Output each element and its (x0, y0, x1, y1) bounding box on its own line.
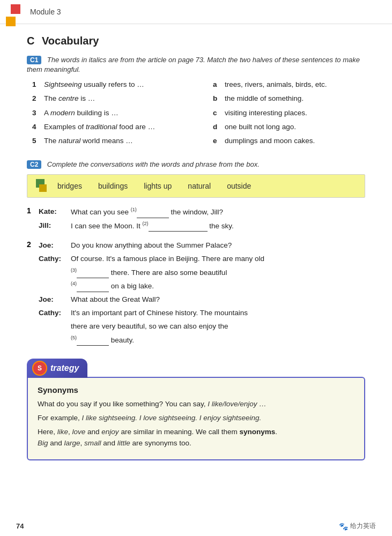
list-item: 3 A modern building is … (32, 108, 213, 118)
c2-instruction: Complete the conversations with the word… (47, 160, 260, 168)
page-number: 74 (16, 522, 24, 530)
list-item: 2 The centre is … (32, 93, 213, 104)
synonyms-line-3: Here, like, love and enjoy are similar i… (38, 427, 354, 449)
conv-text: What can you see (1) the window, Jill? (71, 206, 365, 218)
header-logo (11, 4, 25, 19)
word-box-icon (36, 179, 48, 193)
word-outside: outside (227, 182, 251, 190)
word-natural: natural (188, 182, 211, 190)
conv-text: there are very beautiful, so we can also… (71, 321, 365, 332)
brand-name: 给力英语 (350, 522, 376, 531)
list-item: e dumplings and moon cakes. (213, 136, 365, 146)
c2-block: C2 Complete the conversations with the w… (27, 159, 365, 348)
speaker-joe-2: Joe: (39, 294, 71, 306)
c2-instruction-line: C2 Complete the conversations with the w… (27, 159, 365, 169)
matching-right: a trees, rivers, animals, birds, etc. b … (213, 79, 365, 150)
word-lights-up: lights up (144, 182, 172, 190)
conv-text: What about the Great Wall? (71, 294, 365, 306)
conv-text: (3) there. There are also some beautiful (71, 267, 365, 278)
main-content: C C Vocabulary Vocabulary C1 The words i… (0, 24, 392, 471)
c1-instruction: The words in italics are from the articl… (27, 56, 360, 73)
conversation-2: 2 Joe: Do you know anything about the Su… (27, 240, 365, 348)
page: Module 3 C C Vocabulary Vocabulary C1 Th… (0, 0, 392, 536)
conv-row: Cathy: (3) there. There are also some be… (39, 267, 365, 278)
section-title: C C Vocabulary Vocabulary (27, 35, 365, 47)
strategy-box: Synonyms What do you say if you like som… (27, 377, 365, 460)
conv-row: Joe: Do you know anything about the Summ… (39, 240, 365, 251)
footer: 74 🐾 给力英语 (0, 522, 392, 531)
conv-row: Cathy: there are very beautiful, so we c… (39, 321, 365, 332)
blank-2[interactable] (149, 231, 208, 232)
conv-row: Cathy: (5) beauty. (39, 334, 365, 346)
conv-text: (4) on a big lake. (71, 280, 365, 292)
conv-text: Of course. It's a famous place in Beijin… (71, 254, 365, 265)
strategy-icon: S (32, 361, 47, 376)
speaker-jill: Jill: (39, 220, 71, 232)
speaker-kate: Kate: (39, 206, 71, 218)
speaker-cathy-2: Cathy: (39, 308, 71, 319)
synonyms-title: Synonyms (38, 385, 354, 394)
list-item: 4 Examples of traditional food are … (32, 122, 213, 132)
logo-icon-red (11, 4, 20, 14)
blank-4[interactable] (77, 292, 109, 292)
list-item: 5 The natural world means … (32, 136, 213, 146)
conv-text: Do you know anything about the Summer Pa… (71, 240, 365, 251)
footer-brand: 🐾 给力英语 (339, 522, 376, 531)
conv-2-num: 2 (27, 240, 39, 249)
conv-1-num: 1 (27, 206, 39, 215)
conv-text: It's an important part of Chinese histor… (71, 308, 365, 319)
brand-icon: 🐾 (339, 522, 348, 531)
c1-block: C1 The words in italics are from the art… (27, 55, 365, 150)
conv-row: Cathy: It's an important part of Chinese… (39, 308, 365, 319)
matching-table: 1 Sightseeing usually refers to … 2 The … (27, 79, 365, 150)
module-label: Module 3 (30, 8, 61, 16)
icon-yellow (39, 184, 47, 192)
conv-row: Cathy: (4) on a big lake. (39, 280, 365, 292)
strategy-section: S trategy Synonyms What do you say if yo… (27, 359, 365, 460)
conv-row: Joe: What about the Great Wall? (39, 294, 365, 306)
matching-left: 1 Sightseeing usually refers to … 2 The … (27, 79, 213, 150)
conv-text: I can see the Moon. It (2) the sky. (71, 220, 365, 232)
c1-instruction-line: C1 The words in italics are from the art… (27, 55, 365, 74)
synonyms-line-2: For example, I like sightseeing. I love … (38, 413, 354, 423)
conversation-1: 1 Kate: What can you see (1) the window,… (27, 206, 365, 234)
strategy-tab: S trategy (27, 359, 87, 378)
c1-badge: C1 (27, 56, 41, 64)
word-bridges: bridges (57, 182, 82, 190)
conv-row: Jill: I can see the Moon. It (2) the sky… (39, 220, 365, 232)
conv-row: Kate: What can you see (1) the window, J… (39, 206, 365, 218)
word-box-words: bridges buildings lights up natural outs… (57, 182, 251, 190)
blank-3[interactable] (77, 278, 109, 278)
list-item: c visiting interesting places. (213, 108, 365, 118)
word-buildings: buildings (98, 182, 128, 190)
list-item: b the middle of something. (213, 93, 365, 104)
c2-badge: C2 (27, 160, 41, 169)
list-item: d one built not long ago. (213, 122, 365, 132)
blank-1[interactable] (137, 218, 169, 218)
list-item: 1 Sightseeing usually refers to … (32, 79, 213, 90)
speaker-joe: Joe: (39, 240, 71, 251)
conv-text: (5) beauty. (71, 334, 365, 346)
strategy-label: trategy (50, 363, 79, 373)
logo-icon-orange (6, 17, 16, 26)
word-box: bridges buildings lights up natural outs… (27, 174, 365, 198)
conv-row: Cathy: Of course. It's a famous place in… (39, 254, 365, 265)
list-item: a trees, rivers, animals, birds, etc. (213, 79, 365, 90)
speaker-cathy: Cathy: (39, 254, 71, 265)
header-bar: Module 3 (0, 0, 392, 24)
synonyms-line-1: What do you say if you like something? Y… (38, 399, 354, 410)
blank-5[interactable] (77, 345, 109, 346)
